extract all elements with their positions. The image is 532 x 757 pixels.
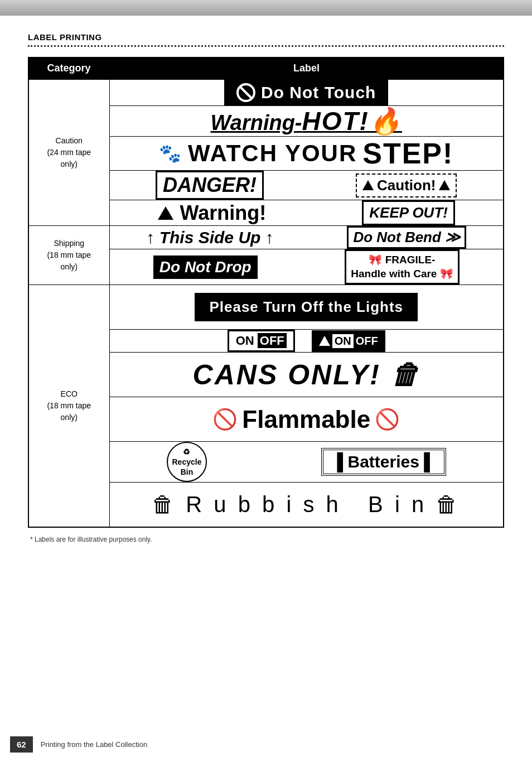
fragile-text: 🎀 FRAGILE-Handle with Care 🎀	[345, 249, 459, 285]
label-this-side-up: ↑ This Side Up ↑ Do Not Bend ≫	[109, 226, 504, 249]
on-off-1-text: ON OFF	[228, 330, 295, 352]
col-header-category: Category	[28, 57, 109, 79]
label-rubbish-bin: 🗑 R u b b i s h B i n 🗑	[109, 483, 504, 527]
table-row: ECO(18 mm tapeonly) Please Turn Off the …	[28, 285, 504, 330]
cans-only-text: CANS ONLY! 🗑	[193, 359, 420, 391]
category-caution: Caution(24 mm tapeonly)	[28, 79, 109, 226]
label-on-off: ON OFF ONOFF	[109, 330, 504, 353]
chrome-bar	[0, 0, 532, 16]
table-row: Shipping(18 mm tapeonly) ↑ This Side Up …	[28, 226, 504, 249]
label-table: Category Label Caution(24 mm tapeonly)	[28, 57, 504, 528]
flammable-text: 🚫 Flammable 🚫	[212, 406, 400, 433]
keep-out-text: KEEP OUT!	[362, 200, 455, 225]
page-number-bar: 62 Printing from the Label Collection	[0, 731, 532, 757]
label-do-not-drop: Do Not Drop 🎀 FRAGILE-Handle with Care 🎀	[109, 249, 504, 285]
do-not-touch-text: Do Not Touch	[261, 83, 376, 102]
flammable-icon-right: 🚫	[375, 408, 400, 431]
please-turn-off-text: Please Turn Off the Lights	[195, 293, 418, 321]
do-not-drop-text: Do Not Drop	[153, 255, 258, 279]
section-title: LABEL PRINTING	[28, 32, 504, 42]
on-off-2-text: ONOFF	[312, 330, 385, 352]
this-side-up-text: ↑ This Side Up ↑	[146, 228, 273, 247]
table-row: Caution(24 mm tapeonly) Do Not Touch	[28, 79, 504, 106]
label-batteries-recycle: ♻RecycleBin ▐ Batteries ▌	[109, 442, 504, 483]
batteries-text: ▐ Batteries ▌	[321, 448, 446, 476]
label-do-not-touch: Do Not Touch	[109, 79, 504, 106]
warning-hot-text: Warning-HOT!🔥	[211, 106, 402, 136]
label-flammable: 🚫 Flammable 🚫	[109, 397, 504, 442]
no-touch-icon	[236, 83, 255, 102]
col-header-label: Label	[109, 57, 504, 79]
dotted-divider	[28, 45, 504, 47]
label-please-turn-off: Please Turn Off the Lights	[109, 285, 504, 330]
footnote: * Labels are for illustrative purposes o…	[28, 536, 504, 543]
category-eco: ECO(18 mm tapeonly)	[28, 285, 109, 527]
label-danger-caution: DANGER! Caution!	[109, 171, 504, 200]
label-warning-keepout: Warning! KEEP OUT!	[109, 200, 504, 226]
page-label: Printing from the Label Collection	[41, 740, 148, 749]
warning-text: Warning!	[158, 201, 267, 225]
watch-step-text: 🐾WATCH YOUR STEP!	[159, 137, 453, 170]
category-shipping: Shipping(18 mm tapeonly)	[28, 226, 109, 285]
label-watch-step: 🐾WATCH YOUR STEP!	[109, 137, 504, 171]
page-number: 62	[10, 736, 33, 753]
rubbish-bin-text: 🗑 R u b b i s h B i n 🗑	[152, 492, 461, 517]
page-content: LABEL PRINTING Category Label Caution(24…	[0, 16, 532, 577]
recycle-bin-text: ♻RecycleBin	[167, 442, 207, 482]
label-warning-hot: Warning-HOT!🔥	[109, 106, 504, 137]
flammable-icon-left: 🚫	[212, 408, 238, 431]
do-not-bend-text: Do Not Bend ≫	[347, 226, 466, 249]
caution-text: Caution!	[356, 173, 457, 197]
danger-text: DANGER!	[156, 171, 264, 200]
label-cans-only: CANS ONLY! 🗑	[109, 353, 504, 397]
svg-line-0	[240, 86, 252, 99]
